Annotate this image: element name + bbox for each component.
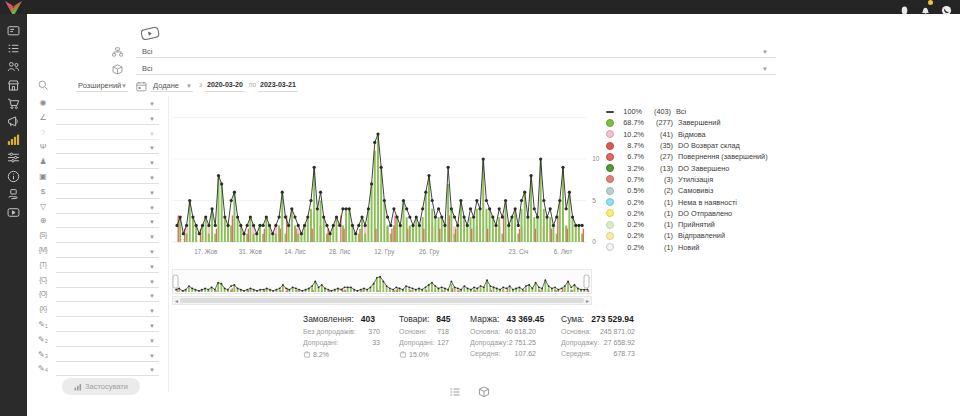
stat-sub-row: Допродані:33: [303, 339, 380, 346]
filter-select-field[interactable]: [56, 365, 159, 376]
filter-select-field[interactable]: [56, 129, 159, 140]
product-filter-select[interactable]: Всі ▼: [136, 61, 776, 75]
search-icon[interactable]: [38, 77, 49, 95]
filter-select-field[interactable]: [56, 99, 159, 110]
scrollbar-thumb[interactable]: [180, 298, 584, 303]
legend-item[interactable]: 0.2%(1)Відправлений: [606, 230, 768, 241]
scroll-left-icon[interactable]: ◂: [175, 297, 178, 305]
filter-select-field[interactable]: [56, 336, 159, 347]
funnel-filter-icon: ▽: [35, 202, 51, 211]
filter-row-trend-filter[interactable]: ∠▼: [33, 112, 167, 126]
legend-item[interactable]: 0.5%(2)Самовивіз: [606, 185, 768, 196]
filter-row-structure-filter[interactable]: Ψ▼: [33, 141, 167, 155]
sidebar-item-analytics[interactable]: [7, 132, 20, 145]
user-avatar-icon[interactable]: [941, 2, 952, 13]
sidebar-item-orders[interactable]: [7, 41, 20, 54]
filter-select-field[interactable]: [56, 306, 159, 317]
stat-sub-value: 107.62: [515, 350, 536, 357]
filter-row-custom-field-x[interactable]: {X}▼: [33, 304, 167, 318]
sidebar-item-info[interactable]: [7, 169, 20, 182]
table-view-icon[interactable]: [449, 384, 461, 396]
apply-button[interactable]: Застосувати: [62, 378, 140, 395]
date-field-select[interactable]: Додане ▼: [151, 78, 193, 92]
legend-item[interactable]: 3.2%(13)DO Завершено: [606, 162, 768, 173]
legend-item[interactable]: 0.7%(3)Утилізація: [606, 174, 768, 185]
legend-dot-swatch: [606, 232, 614, 240]
filter-select-field[interactable]: [56, 262, 159, 273]
filter-row-status-filter[interactable]: ◉▼: [33, 97, 167, 111]
legend-item[interactable]: 10.2%(41)Відмова: [606, 129, 768, 140]
filter-row-custom-field-c[interactable]: {C}▼: [33, 275, 167, 289]
stat-sub-label: Допродажу:: [561, 339, 599, 346]
legend-item[interactable]: 0.2%(1)DO Отправлено: [606, 208, 768, 219]
chevron-down-icon: ▼: [149, 293, 155, 299]
notifications-icon[interactable]: [920, 2, 931, 13]
navigator-chart[interactable]: [172, 269, 592, 295]
sidebar-item-purchases[interactable]: [7, 96, 20, 109]
legend-item[interactable]: 6.7%(27)Повернення (завершений): [606, 151, 768, 162]
filter-select-field[interactable]: [56, 277, 159, 288]
search-mode-select[interactable]: Розширений ▼: [76, 78, 128, 92]
legend-item[interactable]: 0.2%(1)Нема в наявності: [606, 196, 768, 207]
filter-row-note-4-filter[interactable]: ✎₄▼: [33, 363, 167, 377]
chart-scrollbar[interactable]: ◂ ▸: [172, 296, 592, 305]
legend-item[interactable]: 0.2%(1)Прийнятий: [606, 219, 768, 230]
filter-select-field[interactable]: [56, 217, 159, 228]
category-filter-select[interactable]: Всі ▼: [136, 44, 776, 58]
filter-row-custom-field-t[interactable]: {T}▼: [33, 260, 167, 274]
sidebar-item-settings[interactable]: [7, 150, 20, 163]
app-logo-icon[interactable]: [2, 0, 25, 15]
chevron-down-icon: ▼: [186, 83, 192, 89]
legend-item[interactable]: 100%(403)Всі: [606, 106, 768, 117]
filter-select-field[interactable]: [56, 291, 159, 302]
sidebar-item-support[interactable]: [7, 187, 20, 200]
product-view-icon[interactable]: [478, 384, 490, 396]
note-3-filter-icon: ✎₃: [35, 350, 51, 359]
filter-row-payment-filter[interactable]: $▼: [33, 186, 167, 200]
filter-select-field[interactable]: [56, 173, 159, 184]
date-from-input[interactable]: 2020-03-20: [205, 78, 245, 92]
filter-select-field[interactable]: [56, 143, 159, 154]
sidebar-item-tutorials[interactable]: [7, 205, 20, 218]
filter-row-note-3-filter[interactable]: ✎₃▼: [33, 349, 167, 363]
filter-select-field[interactable]: [56, 351, 159, 362]
filter-row-custom-field-m[interactable]: {M}▼: [33, 245, 167, 259]
sitemap-icon: [112, 44, 123, 62]
info-icon: [7, 170, 20, 183]
filter-row-funnel-filter[interactable]: ▽▼: [33, 201, 167, 215]
filter-row-custom-field-s[interactable]: {S}▼: [33, 230, 167, 244]
sidebar-item-marketing[interactable]: [7, 114, 20, 127]
bar-chart-icon: [74, 383, 82, 391]
filter-row-product-filter[interactable]: ▣▼: [33, 171, 167, 185]
filter-select-field[interactable]: [56, 321, 159, 332]
filter-row-note-2-filter[interactable]: ✎₂▼: [33, 334, 167, 348]
scroll-right-icon[interactable]: ▸: [586, 297, 589, 305]
filter-select-field[interactable]: [56, 188, 159, 199]
legend-percent: 6.7%: [614, 152, 644, 161]
legend-item[interactable]: 8.7%(35)DO Возврат склад: [606, 140, 768, 151]
stat-sub-label: Допродані:: [303, 339, 338, 346]
main-chart[interactable]: 051017. Жов31. Жов14. Лис28. Лис12. Гру2…: [172, 96, 602, 262]
play-video-icon[interactable]: [139, 25, 161, 42]
brush-handle[interactable]: [173, 275, 178, 288]
filter-row-source-filter[interactable]: ⊕▼: [33, 215, 167, 229]
legend-dot-swatch: [606, 153, 614, 161]
filter-select-field[interactable]: [56, 158, 159, 169]
sidebar-item-store[interactable]: [7, 78, 20, 91]
filter-select-field[interactable]: [56, 114, 159, 125]
sidebar-item-dashboard[interactable]: [7, 23, 20, 36]
filter-row-custom-field-o[interactable]: {O}▼: [33, 289, 167, 303]
sidebar-item-customers[interactable]: [7, 59, 20, 72]
filter-row-help-filter[interactable]: ?▼: [33, 127, 167, 141]
filter-select-field[interactable]: [56, 247, 159, 258]
legend-item[interactable]: 0.2%(1)Новий: [606, 242, 768, 253]
profile-icon[interactable]: [899, 2, 910, 13]
svg-text:12. Гру: 12. Гру: [374, 248, 395, 256]
date-to-input[interactable]: 2023-03-21: [258, 78, 298, 92]
filter-select-field[interactable]: [56, 232, 159, 243]
brush-handle[interactable]: [584, 275, 589, 288]
filter-select-field[interactable]: [56, 203, 159, 214]
filter-row-manager-filter[interactable]: ♟▼: [33, 156, 167, 170]
filter-row-note-1-filter[interactable]: ✎₁▼: [33, 319, 167, 333]
legend-item[interactable]: 68.7%(277)Завершений: [606, 117, 768, 128]
